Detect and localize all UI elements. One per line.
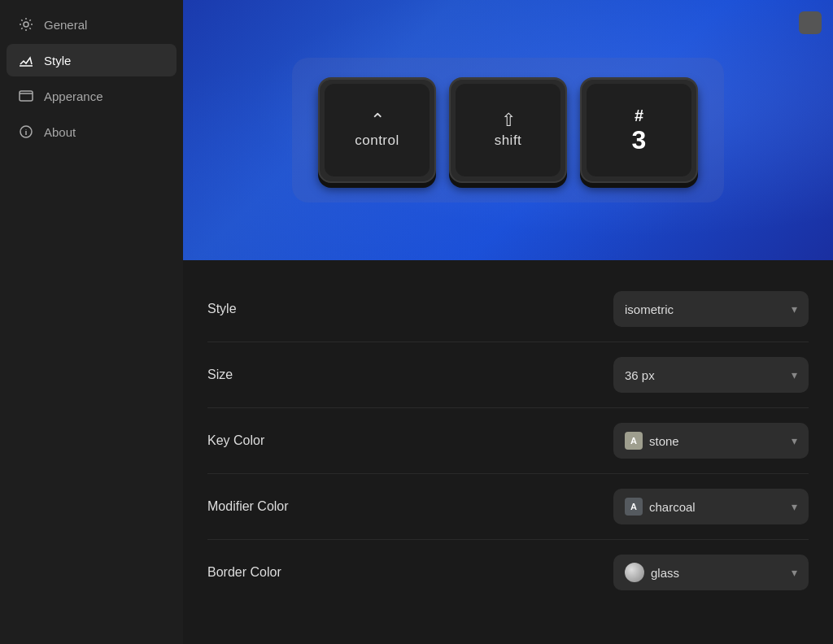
close-button[interactable] [799, 11, 822, 34]
appearance-icon [18, 88, 34, 104]
sidebar-item-general[interactable]: General [7, 8, 177, 41]
key-color-row: Key Color A stone ▾ [207, 408, 809, 474]
modifier-color-label: Modifier Color [207, 499, 289, 514]
modifier-color-dropdown[interactable]: A charcoal ▾ [613, 489, 809, 524]
sidebar-item-label-general: General [44, 18, 87, 32]
key-color-dropdown[interactable]: A stone ▾ [613, 423, 809, 459]
size-chevron-icon: ▾ [792, 368, 797, 381]
style-dropdown[interactable]: isometric ▾ [613, 291, 809, 327]
size-label: Size [207, 368, 233, 382]
style-label: Style [207, 302, 237, 316]
modifier-color-chevron-icon: ▾ [792, 500, 797, 513]
stone-color-icon: A [625, 432, 643, 450]
key-number: 3 [632, 127, 647, 153]
key-control: ⌃ control [318, 77, 436, 183]
key-color-value: stone [649, 434, 785, 448]
sidebar: General Style Apperance About [0, 0, 183, 644]
key-hash3: # 3 [580, 77, 698, 183]
modifier-color-value: charcoal [649, 500, 785, 514]
sidebar-item-label-about: About [44, 125, 76, 139]
border-color-label: Border Color [207, 565, 281, 580]
sidebar-item-style[interactable]: Style [7, 44, 177, 76]
style-row: Style isometric ▾ [207, 276, 809, 342]
border-color-value: glass [651, 566, 785, 580]
glass-color-icon [625, 563, 644, 582]
key-shift: ⇧ shift [449, 77, 567, 183]
sidebar-item-label-appearance: Apperance [44, 89, 103, 103]
size-dropdown[interactable]: 36 px ▾ [613, 357, 809, 393]
style-chevron-icon: ▾ [792, 302, 797, 315]
settings-panel: Style isometric ▾ Size 36 px ▾ Key Color… [183, 260, 833, 644]
modifier-color-row: Modifier Color A charcoal ▾ [207, 474, 809, 540]
about-icon [18, 124, 34, 140]
shift-icon: ⇧ [501, 111, 516, 129]
size-value: 36 px [625, 368, 785, 382]
style-value: isometric [625, 302, 785, 316]
key-color-chevron-icon: ▾ [792, 434, 797, 447]
hash-symbol: # [635, 107, 643, 124]
control-label: control [355, 133, 399, 149]
key-color-label: Key Color [207, 433, 264, 448]
charcoal-color-icon: A [625, 498, 643, 516]
sidebar-item-label-style: Style [44, 54, 71, 67]
svg-rect-1 [20, 91, 33, 101]
control-icon: ⌃ [370, 111, 385, 129]
border-color-chevron-icon: ▾ [792, 566, 797, 579]
sidebar-item-appearance[interactable]: Apperance [7, 80, 177, 112]
svg-point-0 [24, 22, 28, 27]
sidebar-item-about[interactable]: About [7, 115, 177, 148]
shift-label: shift [495, 133, 522, 149]
preview-area: ⌃ control ⇧ shift # 3 [183, 0, 833, 260]
border-color-dropdown[interactable]: glass ▾ [613, 555, 809, 590]
keys-container: ⌃ control ⇧ shift # 3 [292, 58, 724, 202]
border-color-row: Border Color glass ▾ [207, 540, 809, 605]
size-row: Size 36 px ▾ [207, 342, 809, 408]
main-content: ⌃ control ⇧ shift # 3 Sty [183, 0, 833, 644]
general-icon [18, 16, 34, 33]
style-icon [18, 52, 34, 68]
